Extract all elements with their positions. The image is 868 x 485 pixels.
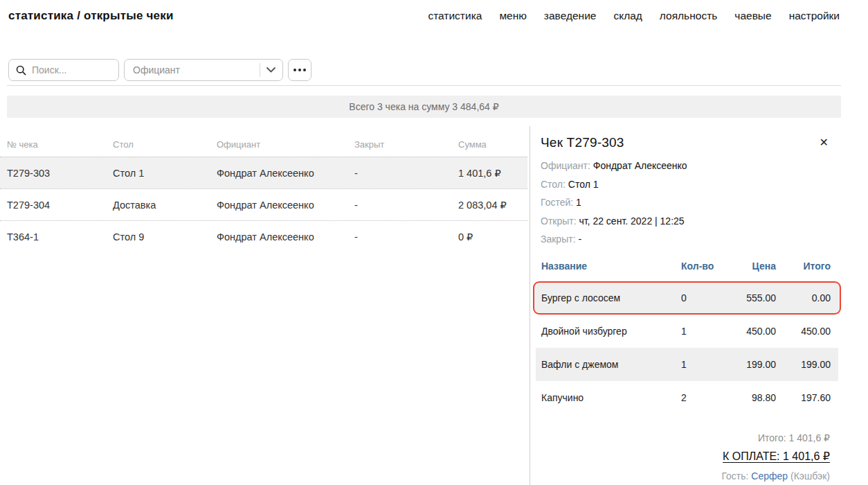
meta-table: Стол: Стол 1 bbox=[541, 175, 830, 194]
column-waiter: Официант bbox=[217, 139, 354, 150]
meta-guests: Гостей: 1 bbox=[541, 193, 830, 212]
item-total: 197.60 bbox=[776, 392, 831, 403]
nav-item-loyalty[interactable]: лояльность bbox=[660, 10, 717, 22]
check-waiter: Фондрат Алексеенко bbox=[217, 200, 354, 211]
waiter-filter-dropdown[interactable]: Официант bbox=[124, 59, 283, 81]
item-price: 450.00 bbox=[721, 326, 776, 337]
table-row[interactable]: T279-304 Доставка Фондрат Алексеенко - 2… bbox=[0, 188, 527, 220]
checks-table: № чека Стол Официант Закрыт Сумма T279-3… bbox=[0, 132, 527, 252]
item-row-highlighted[interactable]: Бургер с лососем 0 555.00 0.00 bbox=[533, 281, 841, 315]
check-number: T364-1 bbox=[7, 231, 113, 242]
guest-line: Гость: Серфер (Кэшбэк) bbox=[541, 470, 830, 482]
column-table: Стол bbox=[113, 139, 217, 150]
item-price: 199.00 bbox=[721, 359, 776, 370]
nav-item-stock[interactable]: склад bbox=[613, 10, 642, 22]
column-item-total: Итого bbox=[776, 261, 831, 272]
check-sum: 0 ₽ bbox=[458, 231, 527, 242]
guest-label: Гость: bbox=[721, 470, 748, 482]
nav-item-tips[interactable]: чаевые bbox=[734, 10, 771, 22]
item-qty: 1 bbox=[681, 359, 721, 370]
column-check-number: № чека bbox=[7, 139, 113, 150]
guest-note: (Кэшбэк) bbox=[790, 470, 830, 482]
check-sum: 1 401,6 ₽ bbox=[458, 168, 527, 179]
chevron-down-icon bbox=[266, 67, 275, 73]
item-row[interactable]: Двойной чизбургер 1 450.00 450.00 bbox=[536, 315, 838, 348]
filter-bar: Официант bbox=[8, 59, 311, 81]
item-qty: 0 bbox=[681, 292, 721, 303]
more-options-button[interactable] bbox=[288, 59, 311, 81]
check-number: T279-303 bbox=[7, 168, 113, 179]
nav-item-statistics[interactable]: статистика bbox=[428, 10, 482, 22]
check-table: Доставка bbox=[113, 200, 217, 211]
item-total: 450.00 bbox=[776, 326, 831, 337]
meta-closed: Закрыт: - bbox=[541, 230, 830, 249]
item-total: 0.00 bbox=[776, 292, 831, 303]
item-total: 199.00 bbox=[776, 359, 831, 370]
items-table-header: Название Кол-во Цена Итого bbox=[536, 258, 838, 281]
dropdown-divider bbox=[260, 63, 260, 77]
check-items-table: Название Кол-во Цена Итого Бургер с лосо… bbox=[536, 258, 838, 414]
meta-waiter: Официант: Фондрат Алексеенко bbox=[541, 157, 830, 175]
check-waiter: Фондрат Алексеенко bbox=[217, 168, 354, 179]
guest-link[interactable]: Серфер bbox=[751, 470, 788, 482]
item-name: Бургер с лососем bbox=[541, 292, 681, 303]
check-closed: - bbox=[354, 231, 458, 242]
search-input[interactable] bbox=[32, 64, 111, 76]
check-number: T279-304 bbox=[7, 200, 113, 211]
item-name: Вафли с джемом bbox=[541, 359, 681, 370]
nav-item-settings[interactable]: настройки bbox=[789, 10, 840, 22]
amount-due-line: К ОПЛАТЕ: 1 401,6 ₽ bbox=[541, 450, 830, 463]
item-row[interactable]: Вафли с джемом 1 199.00 199.00 bbox=[536, 348, 838, 381]
column-sum: Сумма bbox=[458, 139, 527, 150]
top-navigation: статистика меню заведение склад лояльнос… bbox=[428, 10, 840, 22]
summary-text: Всего 3 чека на сумму 3 484,64 ₽ bbox=[349, 101, 498, 112]
check-waiter: Фондрат Алексеенко bbox=[217, 231, 354, 242]
check-totals: Итого: 1 401,6 ₽ К ОПЛАТЕ: 1 401,6 ₽ Гос… bbox=[541, 432, 830, 482]
column-item-qty: Кол-во bbox=[681, 261, 721, 272]
search-box[interactable] bbox=[8, 59, 119, 81]
item-name: Капучино bbox=[541, 392, 681, 403]
subtotal-line: Итого: 1 401,6 ₽ bbox=[541, 432, 830, 443]
checks-table-header: № чека Стол Официант Закрыт Сумма bbox=[0, 132, 527, 157]
check-detail-panel: Чек T279-303 ✕ Официант: Фондрат Алексее… bbox=[530, 126, 868, 485]
nav-item-venue[interactable]: заведение bbox=[544, 10, 597, 22]
breadcrumb: статистика / открытые чеки bbox=[8, 9, 174, 23]
meta-opened: Открыт: чт, 22 сент. 2022 | 12:25 bbox=[541, 212, 830, 231]
check-closed: - bbox=[354, 168, 458, 179]
table-row[interactable]: T364-1 Стол 9 Фондрат Алексеенко - 0 ₽ bbox=[0, 220, 527, 252]
top-bar: статистика / открытые чеки статистика ме… bbox=[8, 9, 840, 23]
summary-bar: Всего 3 чека на сумму 3 484,64 ₽ bbox=[7, 96, 841, 118]
item-qty: 1 bbox=[681, 326, 721, 337]
check-table: Стол 1 bbox=[113, 168, 217, 179]
check-closed: - bbox=[354, 200, 458, 211]
check-meta: Официант: Фондрат Алексеенко Стол: Стол … bbox=[541, 157, 830, 249]
check-table: Стол 9 bbox=[113, 231, 217, 242]
waiter-filter-value: Официант bbox=[133, 64, 260, 76]
column-closed: Закрыт bbox=[354, 139, 458, 150]
item-qty: 2 bbox=[681, 392, 721, 403]
item-row[interactable]: Капучино 2 98.80 197.60 bbox=[536, 381, 838, 414]
item-price: 555.00 bbox=[721, 292, 776, 303]
item-name: Двойной чизбургер bbox=[541, 326, 681, 337]
item-price: 98.80 bbox=[721, 392, 776, 403]
panel-header: Чек T279-303 ✕ bbox=[541, 135, 830, 150]
divider bbox=[7, 85, 841, 86]
table-row[interactable]: T279-303 Стол 1 Фондрат Алексеенко - 1 4… bbox=[0, 157, 527, 188]
column-item-name: Название bbox=[541, 261, 681, 272]
ellipsis-icon bbox=[293, 69, 296, 71]
close-icon[interactable]: ✕ bbox=[818, 135, 830, 150]
check-sum: 2 083,04 ₽ bbox=[458, 200, 527, 211]
column-item-price: Цена bbox=[721, 261, 776, 272]
nav-item-menu[interactable]: меню bbox=[499, 10, 526, 22]
search-icon bbox=[16, 65, 26, 76]
panel-title: Чек T279-303 bbox=[541, 135, 624, 150]
